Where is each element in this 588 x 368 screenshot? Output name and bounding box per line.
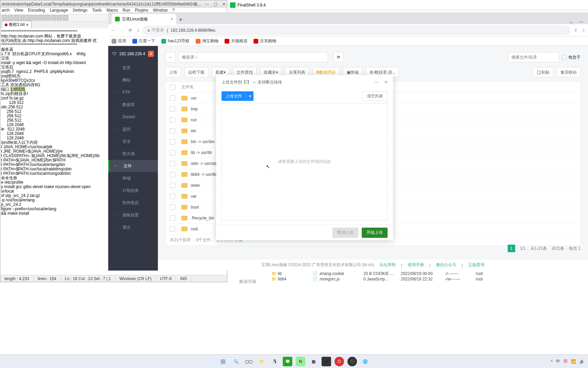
row-checkbox[interactable] — [170, 117, 175, 123]
select-all-checkbox[interactable] — [170, 85, 175, 90]
footer-link[interactable]: 论坛求助 — [379, 262, 396, 268]
tab-close-icon[interactable]: × — [170, 17, 173, 21]
sidebar-item-计划任务[interactable]: ▫计划任务 — [108, 184, 158, 197]
breadcrumb[interactable]: 根目录 › — [178, 52, 328, 62]
minimize-icon[interactable]: — — [375, 80, 379, 85]
back-button[interactable]: ← — [165, 52, 176, 62]
wifi-icon[interactable]: 📶 — [571, 359, 576, 364]
bookmark-taobao[interactable]: 淘宝购物 — [196, 38, 218, 44]
page-current[interactable]: 1 — [508, 245, 515, 252]
upload-file-button[interactable]: 上传文件 ▾ — [222, 91, 254, 101]
tab-close-icon[interactable]: × — [26, 22, 29, 27]
bookmark-tmall[interactable]: 天猫精选 — [225, 38, 247, 44]
menu-tools[interactable]: Tools — [92, 8, 102, 14]
minimize-icon[interactable]: — — [205, 2, 209, 6]
sidebar-item-Docker[interactable]: ▫Docker — [108, 111, 158, 123]
sidebar-item-文件[interactable]: ▫文件 — [108, 160, 158, 172]
include-children-checkbox[interactable]: 包含子 — [562, 55, 581, 60]
finalshell-taskbar-icon[interactable]: ▪ — [322, 357, 331, 366]
volume-icon[interactable]: 🔊 — [579, 359, 585, 364]
row-checkbox[interactable] — [170, 194, 175, 199]
tool-icon[interactable] — [20, 15, 26, 20]
menu-encoding[interactable]: Encoding — [28, 8, 45, 14]
tool-icon[interactable] — [45, 15, 50, 20]
menu-settings[interactable]: Settings — [73, 8, 87, 14]
sidebar-item-软件商店[interactable]: ▫软件商店 — [108, 197, 158, 209]
search-input[interactable] — [508, 52, 559, 62]
sidebar-item-网站[interactable]: ▫网站 — [108, 74, 158, 86]
tool-icon[interactable] — [8, 15, 13, 20]
footer-link[interactable]: 使用手册 — [408, 262, 424, 268]
bookmark-apps[interactable]: 应用 — [112, 38, 126, 44]
sidebar-item-终端[interactable]: ▫终端 — [108, 172, 158, 184]
row-checkbox[interactable] — [170, 128, 175, 134]
tool-icon[interactable] — [2, 15, 7, 20]
tool-icon[interactable] — [63, 15, 68, 20]
opera-icon[interactable]: O — [334, 357, 344, 366]
fs-file[interactable]: 📄 .mongorc.js — [312, 277, 358, 281]
row-checkbox[interactable] — [170, 95, 175, 101]
row-checkbox[interactable] — [170, 226, 175, 232]
sidebar-item-面板设置[interactable]: ▫面板设置 — [108, 209, 158, 221]
sidebar-item-FTP[interactable]: ▫FTP — [108, 86, 158, 98]
tool-icon[interactable] — [14, 15, 19, 20]
sidebar-item-首页[interactable]: ▫首页 — [108, 62, 158, 74]
cancel-upload-button[interactable]: 取消上传 — [332, 228, 358, 238]
menu-search[interactable]: arch — [2, 8, 10, 14]
trash-button[interactable]: 🗑 回收站 — [557, 67, 581, 77]
chevron-down-icon[interactable]: ⌄ — [570, 19, 573, 24]
qq-icon[interactable]: 🐧 — [270, 357, 279, 366]
tool-icon[interactable] — [57, 15, 62, 20]
search-icon[interactable]: 🔍 — [231, 357, 241, 366]
ime-indicator[interactable]: 中 — [556, 358, 560, 364]
share-icon[interactable]: ⇪ — [574, 28, 577, 33]
tool-icon[interactable] — [38, 15, 44, 20]
home-icon[interactable]: ⌂ — [137, 28, 139, 33]
tool-icon[interactable] — [51, 15, 56, 20]
start-upload-button[interactable]: 开始上传 — [362, 228, 388, 238]
clear-list-button[interactable]: 清空列表 — [362, 91, 388, 101]
sidebar-item-防火墙[interactable]: ▫防火墙 — [108, 148, 158, 160]
xshell-icon[interactable]: ▦ — [309, 357, 318, 366]
fs-folder[interactable]: 📁 lib — [272, 271, 307, 276]
upload-button[interactable]: 上传 — [165, 67, 181, 77]
bookmark-hao123[interactable]: hao123导航 — [161, 38, 190, 44]
minimize-icon[interactable]: — — [579, 19, 583, 24]
lang-indicator[interactable]: 简 — [564, 358, 568, 364]
footer-link[interactable]: 正版查询 — [468, 262, 485, 268]
row-checkbox[interactable] — [170, 150, 175, 155]
drop-zone[interactable]: 请将需要上传的文件拖到此处 ↖ — [222, 103, 388, 220]
fs-file[interactable]: 📄 .erlang.cookie — [312, 271, 358, 276]
row-checkbox[interactable] — [170, 204, 175, 210]
maximize-icon[interactable]: ▢ — [214, 2, 217, 6]
row-checkbox[interactable] — [170, 161, 175, 166]
start-icon[interactable]: ⊞ — [218, 357, 228, 366]
chrome-tab[interactable]: 宝塔Linux面板 × — [112, 14, 176, 24]
menu-view[interactable]: View — [14, 8, 23, 14]
row-checkbox[interactable] — [170, 172, 175, 177]
row-checkbox[interactable] — [170, 106, 175, 112]
new-tab-button[interactable]: + — [176, 15, 185, 24]
star-icon[interactable]: ☆ — [582, 28, 585, 33]
refresh-button[interactable]: ⟳ — [333, 52, 344, 62]
app-icon[interactable]: ⚫ — [347, 357, 357, 366]
bookmark-jd[interactable]: 京东购物 — [254, 38, 276, 44]
sidebar-item-退出[interactable]: ▫退出 — [108, 221, 158, 233]
row-checkbox[interactable] — [170, 183, 175, 188]
notepadpp-icon[interactable]: N — [296, 357, 305, 366]
tool-icon[interactable] — [26, 15, 32, 20]
paste-button[interactable]: 📋 粘贴 — [533, 67, 553, 77]
activate-text[interactable]: 激活/升级 — [239, 279, 256, 285]
tool-icon[interactable] — [32, 15, 38, 20]
address-bar[interactable]: ▲ 不安全 | 192.168.228.4:8888/files — [143, 26, 571, 35]
row-checkbox[interactable] — [170, 215, 175, 221]
reload-icon[interactable]: ⟳ — [129, 28, 132, 33]
sidebar-item-安全[interactable]: ▫安全 — [108, 135, 158, 148]
back-icon[interactable]: ← — [111, 28, 115, 33]
tray-expand-icon[interactable]: ^ — [551, 359, 553, 364]
explorer-icon[interactable]: 📁 — [257, 357, 266, 366]
chrome-icon[interactable]: 🌐 — [360, 357, 370, 366]
row-checkbox[interactable] — [170, 139, 175, 144]
wechat-icon[interactable]: 💬 — [283, 357, 292, 366]
remote-download-button[interactable]: 远程下载 — [184, 67, 208, 77]
